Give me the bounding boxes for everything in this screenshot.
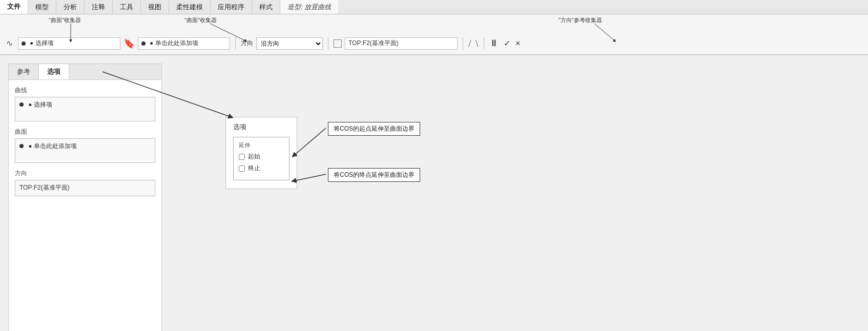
curve-field-group: 曲线 ● 选择项 [15, 86, 155, 121]
collector1-section: ● 选择项 [18, 37, 120, 50]
surface-field-group: 曲面 ● 单击此处添加项 [15, 128, 155, 163]
direction-field-label: 方向 [15, 169, 155, 178]
collector2-placeholder: ● 单击此处添加项 [150, 39, 198, 48]
tab-reference[interactable]: 参考 [9, 64, 39, 79]
menu-item-apps[interactable]: 应用程序 [211, 0, 252, 14]
start-checkbox-label: 起始 [248, 152, 260, 161]
direction-select[interactable]: 沿方向 [256, 37, 323, 50]
end-annotation-box: 将COS的终点延伸至曲面边界 [328, 168, 420, 182]
menu-item-annotation[interactable]: 注释 [85, 0, 113, 14]
bookmark-icon[interactable]: 🔖 [123, 38, 135, 49]
end-checkbox-label: 终止 [248, 164, 260, 173]
panel: 参考 选项 曲线 ● 选择项 曲面 ● 单击此处添加项 [8, 64, 162, 331]
menu-bar: 文件 模型 分析 注释 工具 视图 柔性建模 应用程序 样式 造型: 放置曲线 [0, 0, 868, 14]
surface-placeholder: ● 单击此处添加项 [28, 142, 77, 150]
end-checkbox-row: 终止 [239, 164, 284, 173]
menu-item-analysis[interactable]: 分析 [56, 0, 85, 14]
surface-label: 曲面 [15, 128, 155, 136]
collector1-input[interactable]: ● 选择项 [18, 37, 120, 50]
direction-field-box[interactable]: TOP:F2(基准平面) [15, 180, 155, 196]
toolbar-divider4 [484, 37, 484, 50]
svg-line-4 [294, 174, 326, 181]
menu-item-flexible[interactable]: 柔性建模 [169, 0, 211, 14]
callout-collector1: "曲面"收集器 [49, 16, 81, 24]
svg-line-3 [294, 128, 326, 155]
backslash-icon[interactable]: ⧹ [476, 39, 479, 48]
pause-icon[interactable]: ⏸ [489, 38, 499, 49]
surface-box[interactable]: ● 单击此处添加项 [15, 138, 155, 163]
tab-options[interactable]: 选项 [39, 64, 69, 79]
collector2-input[interactable]: ● 单击此处添加项 [138, 37, 230, 50]
surface-dot-icon [19, 144, 24, 148]
toolbar-divider3 [463, 37, 463, 50]
extend-label: 延伸 [239, 141, 284, 149]
panel-body: 曲线 ● 选择项 曲面 ● 单击此处添加项 方向 TOP:F2(基准平面) [9, 80, 161, 209]
direction-field-group: 方向 TOP:F2(基准平面) [15, 169, 155, 196]
options-popup-title: 选项 [233, 122, 290, 132]
toolbar-divider2 [328, 37, 328, 50]
reference-value: TOP:F2(基准平面) [348, 39, 399, 47]
start-checkbox[interactable] [239, 154, 245, 160]
menu-item-tools[interactable]: 工具 [113, 0, 141, 14]
panel-tabs: 参考 选项 [9, 64, 161, 80]
slash-icon[interactable]: ⧸ [468, 39, 471, 48]
menu-item-file[interactable]: 文件 [0, 0, 28, 14]
main-content: 参考 选项 曲线 ● 选择项 曲面 ● 单击此处添加项 [0, 55, 868, 331]
callout-direction: "方向"参考收集器 [559, 16, 602, 24]
curve-label: 曲线 [15, 86, 155, 95]
extend-group: 延伸 起始 终止 [233, 137, 290, 180]
menu-item-shape[interactable]: 造型: 放置曲线 [280, 0, 338, 14]
direction-field-value: TOP:F2(基准平面) [19, 184, 70, 191]
collector1-placeholder: ● 选择项 [30, 39, 54, 48]
close-icon[interactable]: × [515, 39, 520, 48]
start-annotation-text: 将COS的起点延伸至曲面边界 [334, 125, 415, 132]
wave-icon: ∿ [4, 38, 15, 48]
dot2-icon [141, 42, 146, 46]
curve-placeholder: ● 选择项 [28, 101, 52, 108]
options-popup: 选项 延伸 起始 终止 [225, 117, 297, 189]
start-checkbox-row: 起始 [239, 152, 284, 161]
square-icon [334, 39, 342, 48]
menu-item-model[interactable]: 模型 [28, 0, 56, 14]
callout-collector2: "曲面"收集器 [184, 16, 217, 24]
curve-box[interactable]: ● 选择项 [15, 97, 155, 121]
reference-input[interactable]: TOP:F2(基准平面) [345, 37, 458, 50]
check-icon[interactable]: ✓ [504, 38, 510, 48]
menu-item-style[interactable]: 样式 [252, 0, 280, 14]
direction-label: 方向 [241, 39, 253, 48]
toolbar-divider1 [235, 37, 236, 50]
end-annotation-text: 将COS的终点延伸至曲面边界 [334, 171, 415, 178]
dot-icon [22, 42, 26, 46]
end-checkbox[interactable] [239, 166, 245, 172]
curve-dot-icon [19, 102, 24, 107]
menu-item-view[interactable]: 视图 [141, 0, 169, 14]
start-annotation-box: 将COS的起点延伸至曲面边界 [328, 122, 420, 136]
